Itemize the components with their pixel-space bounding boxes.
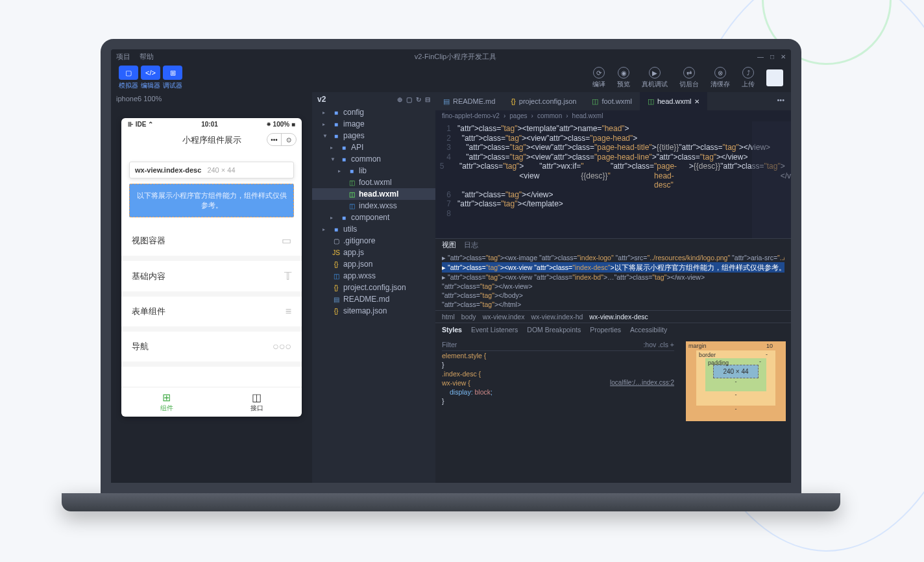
tree-item-app.js[interactable]: JSapp.js bbox=[312, 247, 435, 258]
tree-item-.gitignore[interactable]: ▢.gitignore bbox=[312, 235, 435, 247]
dom-node[interactable]: "attr">class="tag"></wx-view> bbox=[442, 282, 784, 291]
close-icon[interactable]: ✕ bbox=[694, 98, 699, 105]
tree-item-head.wxml[interactable]: ◫head.wxml bbox=[312, 188, 435, 200]
styles-tab-accessibility[interactable]: Accessibility bbox=[630, 326, 667, 334]
tree-item-API[interactable]: ▸■API bbox=[312, 141, 435, 153]
tab-project.config.json[interactable]: {}project.config.json bbox=[503, 92, 584, 110]
filter-toggles[interactable]: :hov .cls + bbox=[643, 340, 674, 349]
tabs-overflow-icon[interactable]: ••• bbox=[770, 92, 791, 110]
code-line[interactable]: 4 "attr">class="tag"><view "attr">class=… bbox=[435, 153, 791, 162]
tree-item-index.wxss[interactable]: ◫index.wxss bbox=[312, 200, 435, 212]
explorer-action-icon[interactable]: ↻ bbox=[416, 96, 421, 103]
tabbar-接口[interactable]: ◫接口 bbox=[212, 387, 302, 417]
explorer-action-icon[interactable]: ⊟ bbox=[425, 96, 430, 103]
tree-item-sitemap.json[interactable]: {}sitemap.json bbox=[312, 305, 435, 317]
tab-README.md[interactable]: ▤README.md bbox=[435, 92, 503, 110]
tree-item-utils[interactable]: ▸■utils bbox=[312, 223, 435, 235]
mode-编辑器[interactable]: </> bbox=[141, 66, 160, 80]
action-上传[interactable]: ⤴上传 bbox=[742, 67, 755, 89]
window-control[interactable]: — bbox=[757, 53, 764, 60]
css-rule[interactable]: wx-view {localfile:/…index.css:2display:… bbox=[442, 378, 674, 406]
crumb-item[interactable]: pages bbox=[509, 112, 527, 119]
dom-node[interactable]: ▸ "attr">class="tag"><wx-view "attr">cla… bbox=[442, 262, 784, 273]
filter-input[interactable]: Filter bbox=[442, 340, 457, 349]
file-icon: ▢ bbox=[332, 238, 341, 245]
list-item[interactable]: 基础内容𝕋 bbox=[121, 261, 302, 297]
menu-帮助[interactable]: 帮助 bbox=[140, 52, 154, 62]
dom-tree[interactable]: ▸ "attr">class="tag"><wx-image "attr">cl… bbox=[435, 252, 791, 310]
tab-head.wxml[interactable]: ◫head.wxml✕ bbox=[640, 92, 708, 110]
list-item[interactable]: 视图容器▭ bbox=[121, 225, 302, 261]
dom-crumb-item[interactable]: wx-view.index-hd bbox=[531, 313, 583, 321]
dom-breadcrumb[interactable]: htmlbodywx-view.indexwx-view.index-hdwx-… bbox=[435, 310, 791, 323]
devtools: 视图日志 ▸ "attr">class="tag"><wx-image "att… bbox=[435, 238, 791, 483]
tree-item-config[interactable]: ▸■config bbox=[312, 106, 435, 118]
mode-调试器[interactable]: ⊞ bbox=[163, 66, 182, 80]
capsule-menu-icon[interactable]: ••• bbox=[267, 134, 282, 145]
devtools-tab-视图[interactable]: 视图 bbox=[442, 241, 456, 250]
dom-crumb-item[interactable]: wx-view.index-desc bbox=[589, 313, 648, 321]
css-rule[interactable]: .index-desc {</span></div><div class="pr… bbox=[442, 369, 674, 378]
tree-item-foot.wxml[interactable]: ◫foot.wxml bbox=[312, 177, 435, 188]
styles-tab-styles[interactable]: Styles bbox=[442, 326, 462, 334]
devtools-tab-日志[interactable]: 日志 bbox=[464, 241, 478, 250]
styles-tab-properties[interactable]: Properties bbox=[590, 326, 621, 334]
code-line[interactable]: 6 "attr">class="tag"></view> bbox=[435, 190, 791, 200]
file-tree[interactable]: ▸■config▸■image▼■pages▸■API▼■common▸■lib… bbox=[312, 106, 435, 483]
phone-simulator[interactable]: ⊪ IDE ⌃ 10:01 ⁕ 100% ■ 小程序组件展示 ••• ⊙ wx-… bbox=[121, 118, 302, 417]
styles-tab-event-listeners[interactable]: Event Listeners bbox=[471, 326, 518, 334]
styles-pane[interactable]: Filter :hov .cls + element.style {}.inde… bbox=[435, 336, 681, 483]
tab-foot.wxml[interactable]: ◫foot.wxml bbox=[584, 92, 639, 110]
action-预览[interactable]: ◉预览 bbox=[617, 67, 630, 89]
dom-crumb-item[interactable]: wx-view.index bbox=[483, 313, 525, 321]
list-item[interactable]: 表单组件≡ bbox=[121, 297, 302, 332]
tree-item-pages[interactable]: ▼■pages bbox=[312, 130, 435, 141]
tree-item-project.config.json[interactable]: {}project.config.json bbox=[312, 282, 435, 293]
breadcrumb: fino-applet-demo-v2›pages›common›head.wx… bbox=[435, 110, 791, 121]
tree-item-image[interactable]: ▸■image bbox=[312, 118, 435, 130]
dom-node[interactable]: ▸ "attr">class="tag"><wx-view "attr">cla… bbox=[442, 273, 784, 282]
code-line[interactable]: 3 "attr">class="tag"><view "attr">class=… bbox=[435, 143, 791, 153]
crumb-item[interactable]: common bbox=[537, 112, 562, 119]
code-line[interactable]: 8 bbox=[435, 209, 791, 219]
dom-node[interactable]: "attr">class="tag"></html> bbox=[442, 300, 784, 309]
code-line[interactable]: 7"attr">class="tag"></template> bbox=[435, 199, 791, 209]
tree-item-common[interactable]: ▼■common bbox=[312, 153, 435, 165]
capsule-close-icon[interactable]: ⊙ bbox=[282, 134, 296, 145]
tree-item-component[interactable]: ▸■component bbox=[312, 212, 435, 223]
css-rule[interactable]: element.style {} bbox=[442, 351, 674, 369]
crumb-item[interactable]: head.wxml bbox=[572, 112, 603, 119]
tree-item-lib[interactable]: ▸■lib bbox=[312, 165, 435, 177]
code-editor[interactable]: 1"attr">class="tag"><template "attr">nam… bbox=[435, 121, 791, 238]
code-line[interactable]: 5 "attr">class="tag"><view "attr">wx:if=… bbox=[435, 162, 791, 190]
crumb-item[interactable]: fino-applet-demo-v2 bbox=[442, 112, 500, 119]
action-真机调试[interactable]: ▶真机调试 bbox=[642, 67, 668, 89]
explorer-action-icon[interactable]: ▢ bbox=[406, 96, 412, 103]
mode-模拟器[interactable]: ▢ bbox=[119, 66, 138, 80]
dom-node[interactable]: "attr">class="tag"></body> bbox=[442, 291, 784, 300]
action-切后台[interactable]: ⇄切后台 bbox=[679, 67, 699, 89]
tooltip-dimensions: 240 × 44 bbox=[207, 166, 235, 174]
list-item[interactable]: 导航○○○ bbox=[121, 332, 302, 367]
tree-item-app.wxss[interactable]: ◫app.wxss bbox=[312, 270, 435, 282]
styles-tab-dom-breakpoints[interactable]: DOM Breakpoints bbox=[527, 326, 581, 334]
highlighted-element[interactable]: 以下将展示小程序官方组件能力，组件样式仅供参考。 bbox=[129, 184, 294, 217]
action-编译[interactable]: ⟳编译 bbox=[592, 67, 605, 89]
tree-item-README.md[interactable]: ▤README.md bbox=[312, 293, 435, 305]
dom-crumb-item[interactable]: body bbox=[461, 313, 476, 321]
window-control[interactable]: □ bbox=[770, 53, 774, 60]
window-control[interactable]: ✕ bbox=[781, 53, 786, 60]
explorer-action-icon[interactable]: ⊕ bbox=[397, 96, 402, 103]
minimap[interactable] bbox=[752, 121, 791, 238]
bm-margin-top: 10 bbox=[766, 343, 773, 349]
code-line[interactable]: 1"attr">class="tag"><template "attr">nam… bbox=[435, 124, 791, 134]
avatar[interactable] bbox=[766, 69, 783, 86]
tabbar-组件[interactable]: ⊞组件 bbox=[121, 387, 212, 417]
action-清缓存[interactable]: ⊗清缓存 bbox=[711, 67, 730, 89]
menu-项目[interactable]: 项目 bbox=[116, 52, 130, 62]
dom-crumb-item[interactable]: html bbox=[442, 313, 455, 321]
status-battery: ⁕ 100% ■ bbox=[266, 121, 295, 128]
dom-node[interactable]: ▸ "attr">class="tag"><wx-image "attr">cl… bbox=[442, 253, 784, 262]
code-line[interactable]: 2 "attr">class="tag"><view "attr">class=… bbox=[435, 134, 791, 143]
tree-item-app.json[interactable]: {}app.json bbox=[312, 258, 435, 270]
